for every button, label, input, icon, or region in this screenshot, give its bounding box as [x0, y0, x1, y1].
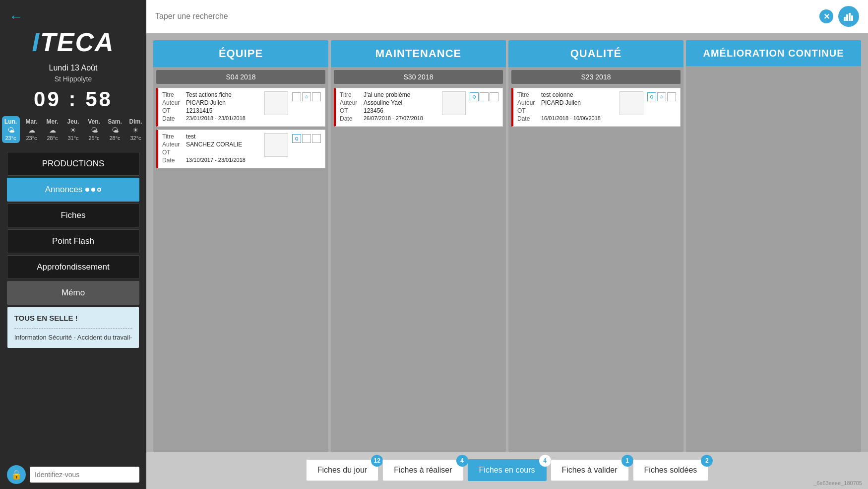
card-actions-ma1: Q — [470, 92, 498, 101]
fiche-card-qu1[interactable]: Titretest colonne AuteurPICARD Julien OT… — [511, 88, 681, 127]
sidebar-item-point-flash[interactable]: Point Flash — [7, 229, 139, 253]
location-label: St Hippolyte — [49, 74, 98, 84]
fiche-card-eq1[interactable]: TitreTest actions fiche AuteurPICARD Jul… — [156, 88, 325, 127]
clear-search-button[interactable]: ✕ — [819, 9, 833, 23]
date-label: Lundi 13 Août — [49, 62, 98, 74]
action-btn-eq1-1[interactable]: A — [302, 92, 311, 101]
action-btn-qu1-0[interactable]: Q — [647, 92, 656, 101]
back-button[interactable]: ← — [9, 9, 23, 25]
card-actions-eq1: A — [292, 92, 321, 101]
search-bar: ✕ — [146, 0, 868, 33]
col-subheader-maintenance: S30 2018 — [334, 70, 503, 84]
identify-input[interactable] — [30, 467, 139, 483]
card-actions-wrapper-eq2: Q — [292, 133, 321, 143]
action-btn-eq1-2[interactable] — [312, 92, 321, 101]
sidebar-item-productions[interactable]: PRODUCTIONS — [7, 152, 139, 176]
col-body-equipe: TitreTest actions fiche AuteurPICARD Jul… — [153, 86, 328, 452]
tab-fiches-realiser[interactable]: Fiches à réaliser4 — [382, 459, 463, 481]
sidebar-item-fiches[interactable]: Fiches — [7, 204, 139, 227]
weather-day-sam: Sam.🌤28°c — [106, 118, 124, 141]
card-actions-qu1: QA — [647, 92, 676, 101]
weather-day-mar: Mar.☁23°c — [23, 118, 41, 141]
card-thumb-ma1 — [442, 91, 466, 115]
col-body-qualite: Titretest colonne AuteurPICARD Julien OT… — [508, 86, 683, 452]
card-actions-wrapper-eq1: A — [292, 91, 321, 101]
kanban-board: ÉQUIPES04 2018 TitreTest actions fiche A… — [146, 33, 868, 452]
col-header-equipe: ÉQUIPE — [153, 40, 328, 67]
tab-badge-fiches-jour: 12 — [371, 455, 383, 467]
action-btn-qu1-1[interactable]: A — [657, 92, 666, 101]
svg-rect-3 — [851, 15, 853, 21]
tab-fiches-soldees[interactable]: Fiches soldées2 — [633, 459, 709, 481]
clock: 09 : 58 — [34, 87, 113, 111]
action-btn-eq2-0[interactable]: Q — [292, 134, 301, 143]
weather-day-mer: Mer.☁28°c — [44, 118, 62, 141]
weather-day-jeu: Jeu.☀31°c — [64, 118, 82, 141]
stats-button[interactable] — [838, 6, 859, 27]
search-input[interactable] — [155, 12, 814, 21]
card-actions-wrapper-ma1: Q — [470, 91, 498, 101]
col-header-qualite: QUALITÉ — [508, 40, 683, 67]
kanban-col-equipe: ÉQUIPES04 2018 TitreTest actions fiche A… — [153, 40, 328, 452]
date-info: Lundi 13 Août St Hippolyte — [49, 62, 98, 84]
card-actions-wrapper-qu1: QA — [647, 91, 676, 101]
svg-rect-1 — [846, 14, 848, 21]
col-body-maintenance: TitreJ'ai une problème AuteurAssouline Y… — [331, 86, 506, 452]
col-body-amelioration — [686, 66, 861, 452]
sidebar-item-annonces[interactable]: Annonces — [7, 178, 139, 202]
weather-day-dim: Dim.☀32°c — [127, 118, 145, 141]
col-header-amelioration: AMÉLIORATION CONTINUE — [686, 40, 861, 66]
action-btn-eq2-1[interactable] — [302, 134, 311, 143]
card-thumb-eq1 — [264, 91, 288, 115]
card-info-ma1: TitreJ'ai une problème AuteurAssouline Y… — [340, 91, 438, 123]
kanban-col-maintenance: MAINTENANCES30 2018 TitreJ'ai une problè… — [331, 40, 506, 452]
action-btn-eq1-0[interactable] — [292, 92, 301, 101]
weather-day-lun: Lun.🌤23°c — [2, 116, 20, 143]
sidebar-item-memo[interactable]: Mémo — [7, 281, 139, 305]
lock-row: 🔒 — [0, 460, 146, 489]
svg-rect-0 — [844, 17, 846, 21]
action-btn-ma1-1[interactable] — [480, 92, 489, 101]
action-btn-qu1-2[interactable] — [667, 92, 676, 101]
annonce-sub: Information Sécurité - Accident du trava… — [14, 333, 132, 343]
tab-badge-fiches-valider: 1 — [621, 455, 633, 467]
tab-badge-fiches-soldees: 2 — [701, 455, 713, 467]
fiche-card-ma1[interactable]: TitreJ'ai une problème AuteurAssouline Y… — [334, 88, 503, 127]
col-subheader-qualite: S23 2018 — [511, 70, 681, 84]
kanban-col-amelioration: AMÉLIORATION CONTINUE — [686, 40, 861, 452]
tab-fiches-cours[interactable]: Fiches en cours4 — [468, 459, 547, 481]
weather-day-ven: Ven.🌤25°c — [85, 118, 103, 141]
col-header-maintenance: MAINTENANCE — [331, 40, 506, 67]
watermark: _6e63eeee_180705 — [813, 480, 862, 486]
card-info-eq2: Titretest AuteurSANCHEZ CORALIE OT Date1… — [162, 133, 260, 165]
annonce-title: TOUS EN SELLE ! — [14, 313, 132, 324]
annonce-content: TOUS EN SELLE ! Information Sécurité - A… — [7, 307, 139, 348]
tab-badge-fiches-cours: 4 — [539, 455, 551, 467]
sidebar: ← ITECA Lundi 13 Août St Hippolyte 09 : … — [0, 0, 146, 489]
action-btn-ma1-0[interactable]: Q — [470, 92, 479, 101]
fiche-card-eq2[interactable]: Titretest AuteurSANCHEZ CORALIE OT Date1… — [156, 130, 325, 168]
logo: ITECA — [32, 27, 114, 57]
footer-tabs: Fiches du jour12Fiches à réaliser4Fiches… — [146, 452, 868, 489]
tab-fiches-valider[interactable]: Fiches à valider1 — [551, 459, 629, 481]
bar-chart-icon — [844, 12, 854, 21]
card-thumb-eq2 — [264, 133, 288, 157]
kanban-col-qualite: QUALITÉS23 2018 Titretest colonne Auteur… — [508, 40, 683, 452]
sidebar-item-approfondissement[interactable]: Approfondissement — [7, 255, 139, 279]
card-thumb-qu1 — [620, 91, 643, 115]
action-btn-ma1-2[interactable] — [490, 92, 498, 101]
tab-fiches-jour[interactable]: Fiches du jour12 — [306, 459, 379, 481]
tab-badge-fiches-realiser: 4 — [456, 455, 468, 467]
card-actions-eq2: Q — [292, 134, 321, 143]
lock-button[interactable]: 🔒 — [7, 465, 26, 484]
col-subheader-equipe: S04 2018 — [156, 70, 325, 84]
svg-rect-2 — [849, 13, 851, 21]
card-info-qu1: Titretest colonne AuteurPICARD Julien OT… — [517, 91, 616, 123]
weather-row: Lun.🌤23°cMar.☁23°cMer.☁28°cJeu.☀31°cVen.… — [2, 116, 145, 143]
nav-menu: PRODUCTIONSAnnoncesFichesPoint FlashAppr… — [0, 152, 146, 305]
card-info-eq1: TitreTest actions fiche AuteurPICARD Jul… — [162, 91, 260, 123]
main-content: ✕ ÉQUIPES04 2018 TitreTest actions fiche… — [146, 0, 868, 489]
action-btn-eq2-2[interactable] — [312, 134, 321, 143]
